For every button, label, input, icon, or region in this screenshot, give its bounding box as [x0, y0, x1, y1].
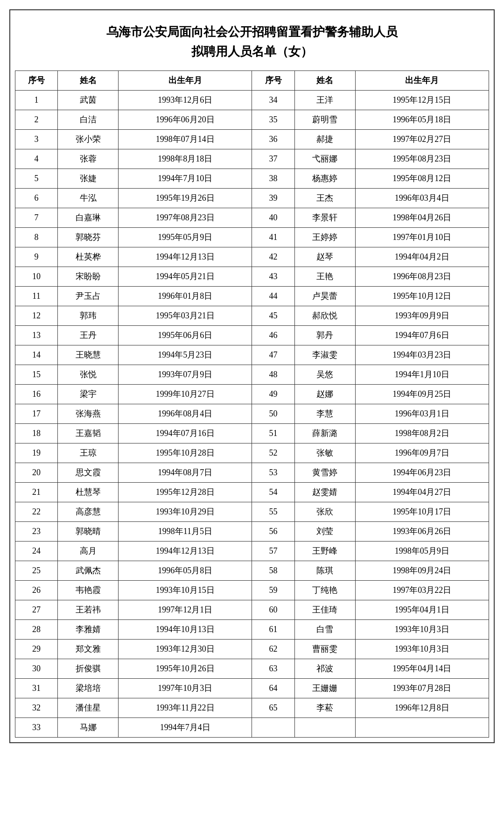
cell-seq2: 61 [252, 620, 294, 640]
header-dob1: 出生年月 [119, 71, 252, 91]
header-seq1: 序号 [15, 71, 58, 91]
cell-name2: 杨惠婷 [294, 169, 355, 189]
cell-dob1: 1994年12月13日 [119, 247, 252, 267]
cell-name1: 王嘉韬 [58, 424, 119, 443]
cell-dob1: 1998年8月18日 [119, 149, 252, 169]
cell-seq1: 22 [15, 502, 58, 522]
cell-seq1: 31 [15, 679, 58, 698]
header-name2: 姓名 [294, 71, 355, 91]
table-row: 27王若祎1997年12月1日60王佳琦1995年04月1日 [15, 600, 489, 620]
cell-name2: 祁波 [294, 659, 355, 679]
cell-seq2: 43 [252, 267, 294, 287]
cell-dob2: 1995年08月23日 [355, 149, 489, 169]
cell-seq2: 64 [252, 679, 294, 698]
cell-name1: 梁培培 [58, 679, 119, 698]
cell-name2: 赵娜 [294, 385, 355, 404]
cell-seq2: 40 [252, 208, 294, 228]
cell-name2: 曹丽雯 [294, 640, 355, 659]
cell-seq1: 6 [15, 189, 58, 208]
cell-seq2: 63 [252, 659, 294, 679]
cell-seq2: 59 [252, 581, 294, 600]
cell-seq1: 20 [15, 463, 58, 483]
cell-seq2: 52 [252, 443, 294, 463]
cell-seq1: 27 [15, 600, 58, 620]
table-row: 24高月1994年12月13日57王野峰1998年05月9日 [15, 542, 489, 561]
cell-dob1: 1995年10月26日 [119, 659, 252, 679]
cell-dob1: 1995年03月21日 [119, 306, 252, 326]
cell-seq2: 36 [252, 130, 294, 149]
cell-dob1: 1996年05月8日 [119, 561, 252, 581]
cell-name1: 折俊骐 [58, 659, 119, 679]
table-row: 5张婕1994年7月10日38杨惠婷1995年08月12日 [15, 169, 489, 189]
cell-name2: 李菘 [294, 698, 355, 718]
cell-name2: 李景轩 [294, 208, 355, 228]
table-row: 17张海燕1996年08月4日50李慧1996年03月1日 [15, 404, 489, 424]
table-row: 32潘佳星1993年11月22日65李菘1996年12月8日 [15, 698, 489, 718]
table-row: 9杜英桦1994年12月13日42赵琴1994年04月2日 [15, 247, 489, 267]
table-row: 23郭晓晴1998年11月5日56刘莹1993年06月26日 [15, 522, 489, 542]
cell-seq2: 49 [252, 385, 294, 404]
cell-name2: 卢昊蕾 [294, 287, 355, 306]
cell-name2: 刘莹 [294, 522, 355, 542]
cell-dob2: 1995年04月14日 [355, 659, 489, 679]
cell-seq2: 34 [252, 91, 294, 110]
cell-dob2: 1996年03月4日 [355, 189, 489, 208]
cell-dob2: 1997年02月27日 [355, 130, 489, 149]
personnel-table: 序号 姓名 出生年月 序号 姓名 出生年月 1武茵1993年12月6日34王洋1… [15, 70, 489, 738]
cell-seq2: 55 [252, 502, 294, 522]
cell-seq1: 15 [15, 365, 58, 385]
table-row: 12郭玮1995年03月21日45郝欣悦1993年09月9日 [15, 306, 489, 326]
cell-dob2: 1998年05月9日 [355, 542, 489, 561]
cell-name2: 郭丹 [294, 326, 355, 345]
cell-name1: 王琼 [58, 443, 119, 463]
cell-name2: 白雪 [294, 620, 355, 640]
cell-seq2: 42 [252, 247, 294, 267]
cell-name2: 王姗姗 [294, 679, 355, 698]
cell-name1: 张蓉 [58, 149, 119, 169]
cell-name2: 郝欣悦 [294, 306, 355, 326]
cell-name2: 王艳 [294, 267, 355, 287]
cell-seq1: 29 [15, 640, 58, 659]
cell-dob2: 1994年09月25日 [355, 385, 489, 404]
table-row: 28李雅婧1994年10月13日61白雪1993年10月3日 [15, 620, 489, 640]
cell-dob2: 1993年09月9日 [355, 306, 489, 326]
cell-name2: 李慧 [294, 404, 355, 424]
cell-dob1: 1994年10月13日 [119, 620, 252, 640]
cell-dob1: 1994年07月16日 [119, 424, 252, 443]
cell-dob1: 1993年07月9日 [119, 365, 252, 385]
cell-seq1: 13 [15, 326, 58, 345]
cell-name2: 王野峰 [294, 542, 355, 561]
cell-seq2: 47 [252, 345, 294, 365]
cell-dob2: 1996年03月1日 [355, 404, 489, 424]
cell-dob2: 1995年04月1日 [355, 600, 489, 620]
cell-seq2: 53 [252, 463, 294, 483]
cell-name2: 王洋 [294, 91, 355, 110]
cell-seq1: 32 [15, 698, 58, 718]
cell-name2: 张敏 [294, 443, 355, 463]
cell-seq2: 60 [252, 600, 294, 620]
cell-dob2: 1994年04月27日 [355, 483, 489, 502]
cell-name1: 白嘉琳 [58, 208, 119, 228]
table-row: 14王晓慧1994年5月23日47李淑雯1994年03月23日 [15, 345, 489, 365]
cell-seq2: 62 [252, 640, 294, 659]
table-row: 4张蓉1998年8月18日37弋丽娜1995年08月23日 [15, 149, 489, 169]
cell-dob1: 1994年12月13日 [119, 542, 252, 561]
cell-name1: 高彦慧 [58, 502, 119, 522]
cell-dob1: 1996年08月4日 [119, 404, 252, 424]
cell-dob2: 1994年06月23日 [355, 463, 489, 483]
cell-seq2: 65 [252, 698, 294, 718]
cell-dob1: 1994年7月4日 [119, 718, 252, 738]
cell-seq1: 25 [15, 561, 58, 581]
cell-dob1: 1998年07月14日 [119, 130, 252, 149]
main-container: 乌海市公安局面向社会公开招聘留置看护警务辅助人员 拟聘用人员名单（女） 序号 姓… [9, 9, 495, 743]
cell-dob2: 1995年08月12日 [355, 169, 489, 189]
table-row: 22高彦慧1993年10月29日55张欣1995年10月17日 [15, 502, 489, 522]
cell-dob1: 1996年01月8日 [119, 287, 252, 306]
cell-name2: 郝捷 [294, 130, 355, 149]
cell-dob1: 1993年10月29日 [119, 502, 252, 522]
table-row: 15张悦1993年07月9日48吴悠1994年1月10日 [15, 365, 489, 385]
cell-name1: 王若祎 [58, 600, 119, 620]
table-row: 3张小荣1998年07月14日36郝捷1997年02月27日 [15, 130, 489, 149]
cell-seq1: 21 [15, 483, 58, 502]
header-name1: 姓名 [58, 71, 119, 91]
